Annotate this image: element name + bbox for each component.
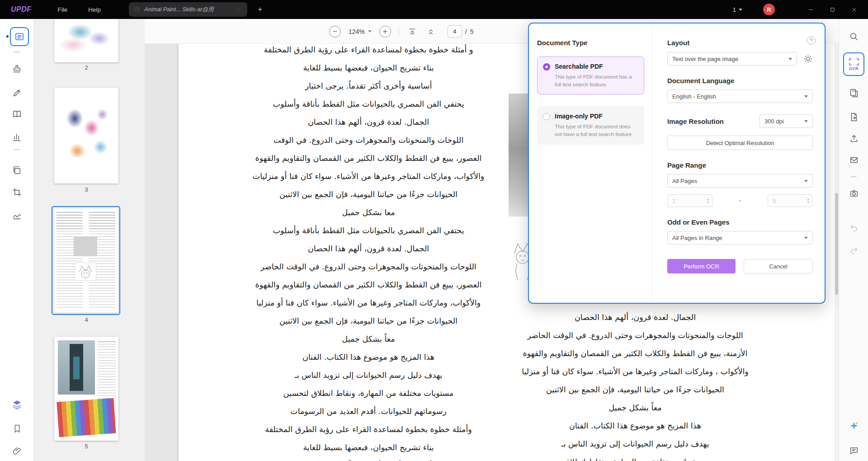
attachment-icon[interactable] bbox=[11, 445, 23, 457]
odd-even-value: All Pages in Range bbox=[672, 235, 722, 241]
page-range-value: All Pages bbox=[672, 178, 697, 184]
scrollbar-thumb[interactable] bbox=[835, 193, 838, 295]
thumbnail-label: 3 bbox=[54, 186, 118, 193]
bookmark-icon[interactable] bbox=[11, 422, 23, 434]
vertical-scrollbar bbox=[835, 44, 839, 461]
document-tab[interactable]: Animal Paint... Skills-ar自用 bbox=[129, 2, 247, 17]
page-5-photo bbox=[58, 340, 95, 395]
image-only-pdf-option[interactable]: Image-only PDF This type of PDF document… bbox=[537, 106, 644, 144]
signature-icon[interactable] bbox=[11, 209, 23, 221]
layout-settings-gear-icon[interactable] bbox=[803, 54, 813, 64]
chevron-down-icon bbox=[368, 30, 372, 33]
chevron-down-icon bbox=[739, 9, 742, 11]
search-icon[interactable] bbox=[848, 30, 860, 42]
document-text-line: معاً بشكل جميل bbox=[509, 399, 762, 417]
document-text-line: الحيوانات جزءًا من حياتنا اليومية، فإن ا… bbox=[212, 312, 524, 330]
scroll-to-top-button[interactable] bbox=[407, 26, 418, 37]
window-count-value: 1 bbox=[733, 6, 736, 13]
thumbnail-page-2[interactable] bbox=[54, 19, 118, 62]
image-resolution-select[interactable]: 300 dpi bbox=[760, 114, 813, 128]
document-text-line: يحتفي الفن المصري بالحيوانات مثل القطط ب… bbox=[212, 95, 524, 113]
ocr-dialog-document-type-section: Document Type Searchable PDF This type o… bbox=[529, 24, 652, 303]
perform-ocr-button[interactable]: Perform OCR bbox=[667, 259, 736, 273]
chat-feedback-icon[interactable] bbox=[848, 444, 860, 456]
undo-icon[interactable] bbox=[848, 221, 860, 234]
window-count-dropdown[interactable]: 1 bbox=[733, 6, 742, 13]
organize-pages-icon[interactable] bbox=[11, 165, 23, 177]
document-text-line: يهدف دليل رسم الحيوانات إلى تزويد الناس … bbox=[509, 435, 762, 453]
document-text-line: الجمال. لعدة قرون، ألهم هذا الحصان bbox=[212, 240, 524, 258]
edit-pencil-icon[interactable] bbox=[11, 87, 23, 99]
radio-unselected-icon[interactable] bbox=[543, 113, 550, 120]
page-range-title: Page Range bbox=[667, 161, 813, 169]
thumbnail-page-4-selected[interactable] bbox=[52, 206, 120, 315]
searchable-pdf-option[interactable]: Searchable PDF This type of PDF document… bbox=[537, 56, 644, 94]
tab-close-icon[interactable] bbox=[234, 5, 243, 14]
range-from-value: 1 bbox=[672, 198, 675, 204]
stepper-arrows-icon[interactable] bbox=[707, 198, 709, 203]
zoom-out-button[interactable]: − bbox=[329, 26, 341, 38]
document-text-line: هذا المزيج هو موضوع هذا الكتاب. الفنان bbox=[212, 348, 524, 366]
collapse-up-button[interactable] bbox=[425, 26, 436, 37]
current-page-input[interactable]: 4 bbox=[448, 25, 462, 38]
document-text-line: مستويات مختلفة من المهارة، ونقاط انطلاق … bbox=[212, 384, 524, 402]
page-4-dog-photo bbox=[74, 236, 97, 256]
document-text-line: أساسية وأخرى أكثر تقدماً. يرجى اختيار bbox=[212, 456, 524, 461]
minimize-button[interactable] bbox=[803, 3, 818, 16]
chevron-down-icon bbox=[804, 237, 808, 239]
menu-file[interactable]: File bbox=[58, 6, 68, 13]
document-text-line: يحتفي الفن المصري بالحيوانات مثل القطط ب… bbox=[212, 221, 524, 240]
document-text-line: يهدف دليل رسم الحيوانات إلى تزويد الناس … bbox=[212, 366, 524, 384]
chevron-down-icon bbox=[788, 58, 792, 60]
page-2-preview-image bbox=[54, 19, 118, 62]
zoom-level-dropdown[interactable]: 124% bbox=[349, 28, 372, 35]
palette-icon bbox=[133, 6, 141, 13]
left-toolbar bbox=[0, 19, 34, 461]
share-export-icon[interactable] bbox=[848, 132, 860, 145]
cancel-button[interactable]: Cancel bbox=[744, 259, 813, 273]
ai-sparkle-icon[interactable] bbox=[848, 419, 860, 432]
searchable-pdf-description: This type of PDF document has a full tex… bbox=[555, 73, 638, 88]
layout-title: Layout bbox=[667, 39, 813, 47]
document-language-value: English - English bbox=[672, 93, 716, 100]
thumbnail-page-5[interactable] bbox=[54, 337, 118, 441]
avatar[interactable]: R bbox=[763, 4, 775, 15]
detect-optimal-resolution-button[interactable]: Detect Optimal Resolution bbox=[667, 136, 813, 150]
reader-book-icon[interactable] bbox=[11, 108, 23, 120]
menu-help[interactable]: Help bbox=[88, 6, 101, 13]
layers-icon[interactable] bbox=[11, 399, 23, 411]
close-button[interactable] bbox=[846, 3, 862, 16]
thumbnail-page-3[interactable] bbox=[54, 88, 118, 183]
document-text-line: والأكواب، وماركات المتاجر وغيرها من الأش… bbox=[212, 294, 524, 312]
zoom-in-button[interactable]: + bbox=[379, 26, 391, 38]
range-from-input[interactable]: 1 bbox=[667, 194, 712, 207]
page-5-pencils-image bbox=[57, 398, 116, 437]
chart-icon[interactable] bbox=[11, 131, 23, 143]
range-to-input[interactable]: 5 bbox=[768, 194, 813, 207]
maximize-button[interactable] bbox=[825, 3, 840, 16]
thumbnail-label: 4 bbox=[54, 316, 118, 323]
mail-icon[interactable] bbox=[848, 154, 860, 166]
pages-icon[interactable] bbox=[848, 87, 860, 99]
divider bbox=[14, 149, 20, 150]
crop-icon[interactable] bbox=[11, 186, 23, 198]
odd-even-select[interactable]: All Pages in Range bbox=[667, 231, 813, 245]
page-range-select[interactable]: All Pages bbox=[667, 174, 813, 188]
document-language-select[interactable]: English - English bbox=[667, 89, 813, 103]
ocr-tool-active[interactable]: OCR bbox=[843, 52, 864, 76]
annotate-tool-active[interactable] bbox=[10, 27, 29, 46]
layout-select[interactable]: Text over the page image bbox=[667, 52, 797, 66]
thumbnail-label: 2 bbox=[54, 64, 118, 71]
help-icon[interactable]: ? bbox=[807, 36, 816, 45]
redo-icon[interactable] bbox=[848, 244, 860, 256]
document-text-line: الأزمنة، يبيع فن القطط والكلاب الكثير من… bbox=[509, 344, 762, 362]
convert-file-icon[interactable] bbox=[848, 111, 860, 123]
radio-selected-icon[interactable] bbox=[543, 63, 550, 71]
stamp-icon[interactable] bbox=[11, 63, 23, 75]
document-text-line: اللوحات والمنحوتات والمجوهرات وحتى الدرو… bbox=[509, 326, 762, 344]
camera-snapshot-icon[interactable] bbox=[848, 187, 860, 199]
page-3-preview-image bbox=[54, 88, 118, 183]
stepper-arrows-icon[interactable] bbox=[807, 198, 810, 203]
new-tab-button[interactable]: + bbox=[255, 5, 264, 14]
page-4-text-column bbox=[57, 212, 83, 309]
